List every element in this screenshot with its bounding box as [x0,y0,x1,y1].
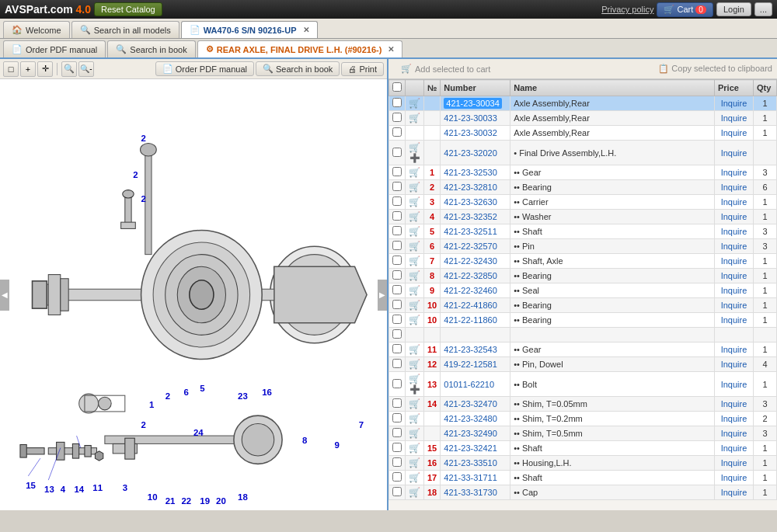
row-check-cell[interactable] [389,239,406,254]
part-number-cell[interactable]: 421-23-30032 [441,126,510,141]
row-check-cell[interactable] [389,456,406,471]
row-checkbox[interactable] [392,167,402,176]
part-number-cell[interactable]: 421-22-32850 [441,269,510,283]
part-number-cell[interactable]: 421-23-32480 [441,412,510,426]
inquire-link[interactable]: Inquire [721,473,747,482]
part-number-cell[interactable]: 421-23-30033 [441,111,510,126]
part-price-cell[interactable]: Inquire [715,210,754,224]
cart-icon[interactable]: 🛒 [409,270,420,281]
row-checkbox[interactable] [392,226,402,235]
row-checkbox[interactable] [392,413,402,422]
part-price-cell[interactable]: Inquire [715,485,754,500]
row-checkbox[interactable] [392,457,402,467]
part-price-cell[interactable]: Inquire [715,165,754,180]
privacy-link[interactable]: Privacy policy [601,5,653,14]
row-checkbox[interactable] [392,379,402,388]
part-number-cell[interactable]: 421-23-32511 [441,224,510,239]
cart-icon[interactable]: 🛒 [409,359,420,370]
cart-icon[interactable]: 🛒 [409,443,420,454]
cart-icon[interactable]: 🛒 [409,256,420,266]
part-number-cell[interactable]: 419-22-12581 [441,357,510,372]
row-checkbox[interactable] [392,487,402,496]
row-checkbox[interactable] [392,359,402,368]
inquire-link[interactable]: Inquire [721,301,747,310]
row-checkbox[interactable] [392,443,402,452]
inquire-link[interactable]: Inquire [721,443,747,453]
tab-model[interactable]: 📄 WA470-6 S/N 90216-UP ✕ [181,21,318,38]
row-checkbox[interactable] [392,241,402,250]
inquire-link[interactable]: Inquire [721,488,747,497]
row-check-cell[interactable] [389,485,406,500]
cart-icon[interactable]: 🛒 [409,374,420,384]
cart-icon[interactable]: 🛒 [409,398,420,409]
part-number-link[interactable]: 421-23-33510 [444,458,497,468]
part-number-link[interactable]: 421-23-32810 [444,183,497,192]
tab-welcome[interactable]: 🏠 Welcome [3,21,70,38]
inquire-link[interactable]: Inquire [721,458,747,468]
part-number-cell[interactable]: 421-23-32630 [441,195,510,210]
diagram-expand-btn[interactable]: + [20,61,36,77]
row-check-cell[interactable] [389,471,406,485]
part-number-link[interactable]: 419-22-12581 [444,360,497,369]
part-number-cell[interactable]: 421-23-32490 [441,426,510,441]
row-check-cell[interactable] [389,328,406,342]
row-check-cell[interactable] [389,283,406,298]
diagram-fit-btn[interactable]: ✛ [37,61,53,77]
row-check-cell[interactable] [389,254,406,269]
part-number-cell[interactable]: 421-22-41860 [441,298,510,313]
diagram-select-btn[interactable]: □ [3,61,19,77]
more-button[interactable]: ... [754,2,772,16]
inquire-link[interactable]: Inquire [721,345,747,354]
row-checkbox[interactable] [392,196,402,206]
part-price-cell[interactable]: Inquire [715,441,754,456]
inquire-link[interactable]: Inquire [721,168,747,177]
cart-icon[interactable]: 🛒 [409,113,420,123]
part-number-cell[interactable]: 421-23-32020 [441,141,510,165]
pdf-manual-button[interactable]: 📄 Order PDF manual [155,61,254,76]
part-number-link[interactable]: 421-23-32490 [444,429,497,438]
part-number-link[interactable]: 421-23-32530 [444,168,497,177]
cart-icon[interactable]: 🛒 [409,167,420,178]
inquire-link[interactable]: Inquire [721,148,747,158]
cart-icon[interactable]: 🛒 [409,457,420,468]
part-number-cell[interactable]: 421-23-32421 [441,441,510,456]
diagram-zoom-in-btn[interactable]: 🔍 [61,61,77,77]
part-price-cell[interactable]: Inquire [715,298,754,313]
row-check-cell[interactable] [389,96,406,111]
inquire-link[interactable]: Inquire [721,183,747,192]
row-check-cell[interactable] [389,357,406,372]
tab2-searchbook[interactable]: 🔍 Search in book [107,40,195,57]
tab-search-all-models[interactable]: 🔍 Search in all models [71,21,179,38]
part-number-cell[interactable]: 421-22-32460 [441,283,510,298]
login-button[interactable]: Login [716,2,751,16]
cart-icon[interactable]: 🛒 [409,487,420,498]
cart-icon[interactable]: 🛒 [409,300,420,311]
part-number-link[interactable]: 421-23-32543 [444,345,497,354]
row-checkbox[interactable] [392,148,402,157]
part-price-cell[interactable]: Inquire [715,141,754,165]
inquire-link[interactable]: Inquire [721,414,747,423]
inquire-link[interactable]: Inquire [721,399,747,409]
row-check-cell[interactable] [389,313,406,328]
row-checkbox[interactable] [392,256,402,265]
print-button[interactable]: 🖨 Print [341,62,384,76]
row-check-cell[interactable] [389,298,406,313]
row-check-cell[interactable] [389,126,406,141]
part-number-cell[interactable] [441,328,510,342]
row-checkbox[interactable] [392,127,402,137]
row-check-cell[interactable] [389,426,406,441]
row-checkbox[interactable] [392,211,402,221]
part-number-link[interactable]: 421-22-32850 [444,271,497,280]
row-checkbox[interactable] [392,344,402,353]
inquire-link[interactable]: Inquire [721,242,747,251]
part-number-cell[interactable]: 421-23-33510 [441,456,510,471]
row-checkbox[interactable] [392,398,402,408]
part-price-cell[interactable]: Inquire [715,342,754,357]
inquire-link[interactable]: Inquire [721,212,747,221]
inquire-link[interactable]: Inquire [721,113,747,123]
part-number-link[interactable]: 421-23-32511 [444,227,497,236]
inquire-link[interactable]: Inquire [721,286,747,295]
part-number-link[interactable]: 421-22-11860 [444,315,497,325]
row-check-cell[interactable] [389,111,406,126]
cart-icon[interactable]: 🛒 [409,142,420,153]
